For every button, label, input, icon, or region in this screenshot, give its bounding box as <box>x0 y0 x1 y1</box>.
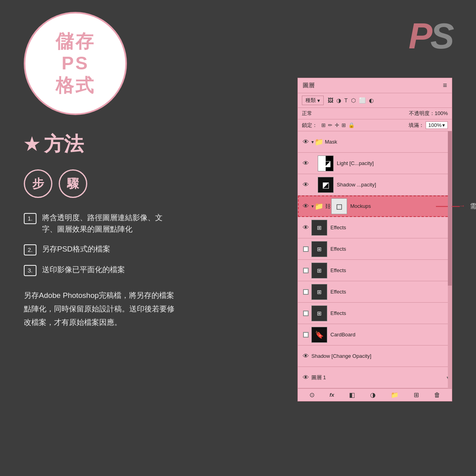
ps-logo-p: P <box>409 16 430 56</box>
eye-visibility-mockups[interactable]: 👁 <box>300 203 311 210</box>
filter-icon-shape[interactable]: ⬡ <box>351 97 356 104</box>
circle-badge: 儲存 PS 格式 <box>24 12 127 115</box>
layer-checkbox-effects3[interactable] <box>303 268 309 273</box>
lock-icon-checker[interactable]: ⊞ <box>321 122 326 128</box>
panel-lock-row: 鎖定： ⊞ ✏ ✛ ⊞ 🔒 填滿： 100% ▾ <box>298 119 452 131</box>
ps-panel[interactable]: 圖層 ≡ 種類 ▾ 🖼 ◑ T ⬡ ⬜ ◐ 正常 不透明度：100% 鎖定： ⊞… <box>298 78 452 401</box>
expand-arrow-mockups[interactable]: ▾ <box>311 203 314 209</box>
mockup-row-wrapper: 👁 ▾ 📁 ⛓ ◻ Mockups 需點陣化 <box>298 196 452 217</box>
layer-checkbox-effects4[interactable] <box>303 289 309 295</box>
layer-name-mask: Mask <box>325 139 449 145</box>
filter-icon-smart[interactable]: ⬜ <box>359 97 366 104</box>
layer-name-mockups: Mockups <box>350 203 449 209</box>
eye-visibility-layer1[interactable]: 👁 <box>300 374 311 381</box>
lock-icon-move[interactable]: ✛ <box>335 122 339 128</box>
layer-row-shadow-opacity[interactable]: 👁 Shadow [Change Opacity] <box>298 345 452 367</box>
layer-name-light: Light [C...pacity] <box>337 160 449 166</box>
layer-name-effects1: Effects <box>330 225 449 230</box>
list-item: 1. 將含透明度、路徑圖層連結影像、文字、圖層效果的圖層點陣化 <box>24 212 175 235</box>
checkbox-effects5[interactable] <box>300 311 311 316</box>
layer-row-layer1[interactable]: 👁 圖層 1 ▾ <box>298 367 452 388</box>
layer-checkbox-cardboard[interactable] <box>303 332 309 338</box>
layer-row-mockups[interactable]: 👁 ▾ 📁 ⛓ ◻ Mockups <box>298 196 452 217</box>
panel-menu-icon[interactable]: ≡ <box>443 81 447 90</box>
eye-visibility-shadow[interactable]: 👁 <box>300 181 311 188</box>
layer-name-layer1: 圖層 1 <box>311 374 447 381</box>
method-title: ★ 方法 <box>24 131 175 157</box>
annotation-arrow: 需點陣化 <box>436 202 476 211</box>
filter-icon-circle[interactable]: ◑ <box>336 97 341 104</box>
layer-row-effects5[interactable]: ⊞ Effects <box>298 303 452 324</box>
layer-checkbox-effects2[interactable] <box>303 246 309 252</box>
checkbox-cardboard[interactable] <box>300 332 311 338</box>
filter-icon-adjust[interactable]: ◐ <box>369 97 374 104</box>
scrollbar-thumb[interactable] <box>448 131 452 286</box>
eye-visibility-mask[interactable]: 👁 <box>300 138 311 146</box>
layer-thumb-effects4: ⊞ <box>311 284 327 300</box>
toolbar-delete-icon[interactable]: 🗑 <box>434 392 440 399</box>
circle-badge-text: 儲存 PS 格式 <box>56 31 95 96</box>
layer-row-mask[interactable]: 👁 ▾ 📁 Mask <box>298 131 452 153</box>
filter-icons: 🖼 ◑ T ⬡ ⬜ ◐ <box>328 97 374 104</box>
annotation-text: 需點陣化 <box>470 202 476 211</box>
panel-blendmode-row: 正常 不透明度：100% <box>298 108 452 119</box>
layer-name-effects2: Effects <box>330 246 449 252</box>
layer-row-cardboard[interactable]: 🔖 CardBoard <box>298 324 452 345</box>
toolbar-mask-icon[interactable]: ◧ <box>349 391 355 399</box>
layer-thumb-light: ◪ <box>318 155 334 171</box>
eye-visibility-light[interactable]: 👁 <box>300 160 311 167</box>
layer-thumb-shadow: ◩ <box>318 177 334 193</box>
checkbox-effects3[interactable] <box>300 268 311 273</box>
blend-mode-label[interactable]: 正常 <box>302 110 312 117</box>
layer-row-shadow[interactable]: 👁 ◩ Shadow ...pacity] <box>298 174 452 196</box>
layer-name-shadow-layer: Shadow ...pacity] <box>337 182 449 188</box>
filter-dropdown[interactable]: 種類 ▾ <box>302 96 324 105</box>
list-item: 3. 送印影像已平面化的檔案 <box>24 264 175 276</box>
filter-icon-text[interactable]: T <box>344 97 348 104</box>
fill-section: 填滿： 100% ▾ <box>409 121 448 129</box>
layer-thumb-mockups: ◻ <box>331 198 347 214</box>
layer-name-shadow-opacity: Shadow [Change Opacity] <box>311 353 449 359</box>
toolbar-group-icon[interactable]: 📁 <box>391 391 399 399</box>
layer-row-effects1[interactable]: 👁 ⊞ Effects <box>298 217 452 238</box>
panel-title: 圖層 <box>303 82 315 89</box>
layer-row-light[interactable]: 👁 ◪ Light [C...pacity] <box>298 153 452 174</box>
layer-row-effects2[interactable]: ⊞ Effects <box>298 238 452 260</box>
layer-name-effects4: Effects <box>330 289 449 295</box>
scrollbar-track[interactable] <box>448 131 452 388</box>
checkbox-effects2[interactable] <box>300 246 311 252</box>
lock-icon-brush[interactable]: ✏ <box>328 122 332 128</box>
left-content: ★ 方法 步 驟 1. 將含透明度、路徑圖層連結影像、文字、圖層效果的圖層點陣化… <box>24 131 175 330</box>
chain-icon: ⛓ <box>325 203 330 209</box>
toolbar-fx-icon[interactable]: fx <box>330 392 334 398</box>
layer-thumb-effects2: ⊞ <box>311 241 327 257</box>
layer-checkbox-effects5[interactable] <box>303 311 309 316</box>
steps-list: 1. 將含透明度、路徑圖層連結影像、文字、圖層效果的圖層點陣化 2. 另存PSD… <box>24 212 175 276</box>
toolbar-new-icon[interactable]: ⊞ <box>414 391 419 399</box>
layer-thumb-cardboard: 🔖 <box>311 327 327 343</box>
eye-visibility-effects1[interactable]: 👁 <box>300 224 311 231</box>
layer-row-effects3[interactable]: ⊞ Effects <box>298 260 452 281</box>
layer-name-effects3: Effects <box>330 267 449 273</box>
lock-icon-transform[interactable]: ⊞ <box>342 122 346 128</box>
panel-filter-row: 種類 ▾ 🖼 ◑ T ⬡ ⬜ ◐ <box>298 93 452 108</box>
expand-arrow-mask[interactable]: ▾ <box>311 139 314 145</box>
layer-name-effects5: Effects <box>330 310 449 316</box>
checkbox-effects4[interactable] <box>300 289 311 295</box>
lock-icons: ⊞ ✏ ✛ ⊞ 🔒 <box>321 122 355 128</box>
ps-logo: PS <box>409 16 452 57</box>
fill-value-box[interactable]: 100% ▾ <box>426 121 448 129</box>
layer-row-effects4[interactable]: ⊞ Effects <box>298 281 452 303</box>
toolbar-adjust-icon[interactable]: ◑ <box>370 391 376 399</box>
panel-bottom-toolbar: ⊙ fx ◧ ◑ 📁 ⊞ 🗑 <box>298 388 452 401</box>
step-circle-2: 驟 <box>59 169 87 198</box>
step-num-2: 2. <box>24 244 36 255</box>
layers-container: 👁 ▾ 📁 Mask 👁 ◪ Light [C...pacity] 👁 ◩ <box>298 131 452 388</box>
toolbar-link-icon[interactable]: ⊙ <box>309 391 315 399</box>
lock-icon-lock[interactable]: 🔒 <box>348 122 355 128</box>
filter-icon-image[interactable]: 🖼 <box>328 97 333 104</box>
layer-thumb-effects5: ⊞ <box>311 305 327 321</box>
star-icon: ★ <box>24 134 39 154</box>
eye-visibility-shadow-opacity[interactable]: 👁 <box>300 353 311 360</box>
fill-label: 填滿： <box>409 122 424 129</box>
